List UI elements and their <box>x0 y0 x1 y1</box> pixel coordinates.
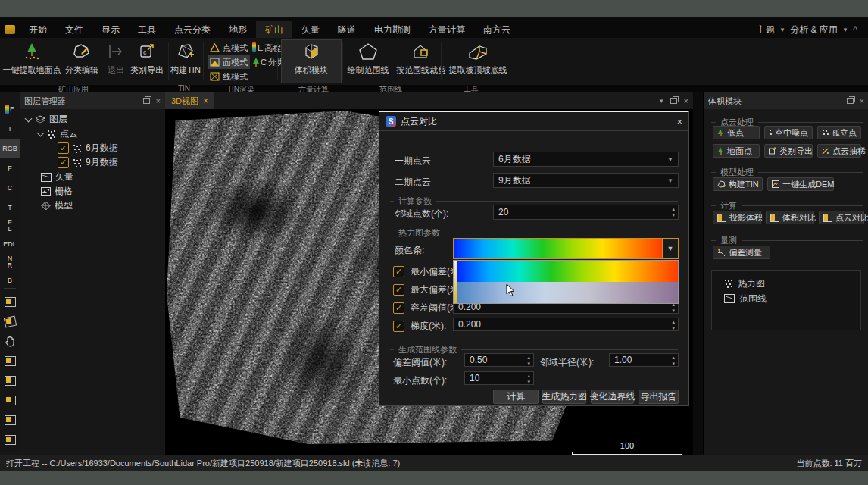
tree-node-layers[interactable]: 图层 <box>26 112 67 127</box>
volume-compare-button[interactable]: 体积对比 <box>766 211 814 224</box>
colorbar-combo[interactable]: ▼ <box>453 238 679 259</box>
colorbar-dropdown-list[interactable] <box>453 260 679 304</box>
max-deviation-checkbox[interactable]: ✓ <box>393 284 404 296</box>
menu-item-terrain[interactable]: 地形 <box>220 21 256 39</box>
isolated-points-button[interactable]: 孤立点 <box>817 126 861 139</box>
generate-heatmap-button[interactable]: 生成热力图 <box>542 390 586 404</box>
visibility-checkbox[interactable]: ✓ <box>58 157 69 168</box>
view-back-tool[interactable] <box>0 411 20 429</box>
tree-node-pointcloud[interactable]: 点云 <box>38 127 78 141</box>
air-noise-button[interactable]: 空中噪点 <box>764 126 813 139</box>
one-click-dem-button[interactable]: 一键生成DEM <box>767 177 834 191</box>
pan-tool[interactable] <box>0 332 20 350</box>
calculate-button[interactable]: 计算 <box>493 390 539 404</box>
menu-item-display[interactable]: 显示 <box>92 21 129 39</box>
menu-item-vector[interactable]: 矢量 <box>292 21 329 39</box>
analysis-apps-menu[interactable]: 分析 & 应用 <box>787 22 841 38</box>
menu-item-south-cloud[interactable]: 南方云 <box>474 21 520 39</box>
deviation-measure-button[interactable]: 偏差测量 <box>713 246 770 259</box>
close-panel-icon[interactable]: × <box>156 97 161 105</box>
box-select-tool[interactable] <box>0 293 20 311</box>
colormap-option-jet[interactable] <box>457 261 678 282</box>
tree-node-september-data[interactable]: ✓ 9月数据 <box>58 155 118 170</box>
neighbor-points-spinner[interactable]: 20 <box>493 205 679 220</box>
tab-3d-view[interactable]: 3D视图 × <box>165 92 214 109</box>
menu-item-pointcloud-classify[interactable]: 点云分类 <box>165 21 220 39</box>
menu-item-start[interactable]: 开始 <box>20 21 56 39</box>
classify-edit-button[interactable]: 分类编辑 <box>62 40 101 83</box>
expander-icon[interactable] <box>25 114 33 122</box>
face-mode-button[interactable]: 面模式 <box>208 55 250 69</box>
mode-intensity-button[interactable]: I <box>0 120 20 138</box>
float-panel-icon[interactable] <box>847 98 854 104</box>
menu-item-tools[interactable]: 工具 <box>129 21 165 39</box>
pointcloud-compare-button[interactable]: 点云对比 <box>819 211 864 224</box>
menu-item-file[interactable]: 文件 <box>56 21 92 39</box>
dice-view-tool[interactable] <box>0 312 20 330</box>
radius-spinner[interactable]: 1.00 <box>609 353 679 367</box>
tree-node-june-data[interactable]: ✓ 6月数据 <box>58 141 118 155</box>
view-top-tool[interactable] <box>0 352 20 370</box>
mode-nr-button[interactable]: N R <box>0 253 20 271</box>
min-points-spinner[interactable]: 10 <box>464 371 534 385</box>
draw-range-button[interactable]: 绘制范围线 <box>345 40 392 83</box>
tree-node-vector[interactable]: 矢量 <box>41 170 73 184</box>
mode-b-button[interactable]: B <box>0 271 20 289</box>
result-listbox[interactable]: 热力图 范围线 <box>711 270 861 330</box>
ground-points-button[interactable]: 地面点 <box>713 144 760 158</box>
extract-slope-button[interactable]: 提取坡顶坡底线 <box>445 40 510 83</box>
dialog-titlebar[interactable]: S 点云对比 × <box>379 112 688 131</box>
result-item-heatmap[interactable]: 热力图 <box>724 277 765 290</box>
dialog-close-icon[interactable]: × <box>676 116 682 127</box>
min-deviation-checkbox[interactable]: ✓ <box>393 266 404 277</box>
change-boundary-button[interactable]: 变化边界线 <box>591 390 634 404</box>
visibility-checkbox[interactable]: ✓ <box>58 142 69 154</box>
close-view-icon[interactable]: × <box>684 97 688 105</box>
tab-list-icon[interactable]: ▾ <box>660 97 663 105</box>
mode-classification-button[interactable]: C <box>0 179 20 197</box>
colorbar-dropdown-icon[interactable]: ▼ <box>662 239 678 258</box>
mode-fl-button[interactable]: F L <box>0 217 20 235</box>
volume-module-button[interactable]: 体积模块 <box>282 40 341 83</box>
gradient-spinner[interactable]: 0.200 <box>453 318 679 331</box>
phase1-combo[interactable]: 6月数据▼ <box>493 152 679 167</box>
menu-item-mine[interactable]: 矿山 <box>256 21 292 39</box>
exit-button[interactable]: 退出 <box>103 40 129 83</box>
mode-edl-button[interactable]: EDL <box>0 235 20 253</box>
export-report-button[interactable]: 导出报告 <box>639 390 679 404</box>
class-export-panel-button[interactable]: 类别导出 <box>764 144 813 158</box>
mode-elevation-button[interactable]: E <box>0 100 20 118</box>
build-tin-button[interactable]: 构建TIN <box>167 40 205 83</box>
view-side-tool[interactable] <box>0 391 20 409</box>
menu-item-volume-calc[interactable]: 方量计算 <box>420 21 474 39</box>
build-tin-panel-button[interactable]: 构建TIN <box>713 177 763 191</box>
result-item-rangeline[interactable]: 范围线 <box>724 292 767 305</box>
phase2-combo[interactable]: 9月数据▼ <box>493 173 679 188</box>
mode-rgb-button[interactable]: RGB <box>0 139 20 158</box>
menu-item-tunnel[interactable]: 隧道 <box>329 21 365 39</box>
tolerance-checkbox[interactable]: ✓ <box>393 302 404 314</box>
view-front-tool[interactable] <box>0 371 20 390</box>
thin-pointcloud-button[interactable]: 点云抽稀 <box>817 144 861 158</box>
collapse-ribbon-icon[interactable]: ^ <box>850 23 860 36</box>
gradient-checkbox[interactable]: ✓ <box>393 321 404 332</box>
line-mode-button[interactable]: 线模式 <box>208 70 250 83</box>
close-panel-icon[interactable]: × <box>860 97 864 105</box>
float-view-icon[interactable] <box>670 98 677 104</box>
float-panel-icon[interactable] <box>143 98 150 104</box>
tree-node-raster[interactable]: 栅格 <box>41 184 73 199</box>
class-export-button[interactable]: c 类别导出 <box>127 40 167 83</box>
low-points-button[interactable]: 低点 <box>713 126 760 139</box>
mode-f-button[interactable]: F <box>0 159 20 177</box>
theme-menu[interactable]: 主题 <box>754 22 778 38</box>
tab-close-icon[interactable]: × <box>203 95 208 106</box>
tree-node-model[interactable]: 模型 <box>41 199 73 213</box>
dev-threshold-spinner[interactable]: 0.50 <box>464 353 534 367</box>
projection-volume-button[interactable]: 投影体积 <box>713 211 761 224</box>
point-mode-button[interactable]: 点模式 <box>208 41 250 55</box>
colormap-option-blue-gray-purple[interactable] <box>457 282 678 303</box>
extract-ground-button[interactable]: 一键提取地面点 <box>3 40 61 83</box>
expander-icon[interactable] <box>37 129 45 136</box>
mode-time-button[interactable]: T <box>0 199 20 217</box>
view-iso-tool[interactable] <box>0 430 20 449</box>
